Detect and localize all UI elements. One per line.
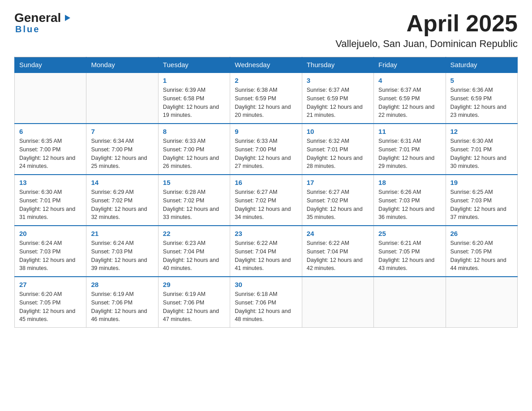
sunset-text: Sunset: 7:02 PM xyxy=(163,197,225,205)
day-info: Sunrise: 6:24 AMSunset: 7:03 PMDaylight:… xyxy=(19,239,82,273)
day-info: Sunrise: 6:39 AMSunset: 6:58 PMDaylight:… xyxy=(163,86,225,120)
sunset-text: Sunset: 7:04 PM xyxy=(235,248,297,256)
page-header: General Blue April 2025 Vallejuelo, San … xyxy=(14,11,518,50)
table-row xyxy=(86,73,158,124)
daylight-text: Daylight: 12 hours and 29 minutes. xyxy=(378,154,441,171)
table-row: 1Sunrise: 6:39 AMSunset: 6:58 PMDaylight… xyxy=(158,73,230,124)
sunset-text: Sunset: 7:05 PM xyxy=(450,248,513,256)
table-row: 10Sunrise: 6:32 AMSunset: 7:01 PMDayligh… xyxy=(302,124,373,175)
calendar-week-row: 1Sunrise: 6:39 AMSunset: 6:58 PMDaylight… xyxy=(15,73,518,124)
sunset-text: Sunset: 7:00 PM xyxy=(163,146,225,154)
daylight-text: Daylight: 12 hours and 39 minutes. xyxy=(91,256,153,273)
calendar-header-row: Sunday Monday Tuesday Wednesday Thursday… xyxy=(15,57,518,73)
sunrise-text: Sunrise: 6:33 AM xyxy=(163,137,225,146)
day-number: 19 xyxy=(450,179,513,186)
sunset-text: Sunset: 6:59 PM xyxy=(378,94,441,103)
sunrise-text: Sunrise: 6:31 AM xyxy=(378,137,441,146)
sunrise-text: Sunrise: 6:27 AM xyxy=(235,188,297,197)
day-info: Sunrise: 6:27 AMSunset: 7:02 PMDaylight:… xyxy=(307,188,369,222)
calendar-week-row: 6Sunrise: 6:35 AMSunset: 7:00 PMDaylight… xyxy=(15,124,518,175)
day-number: 1 xyxy=(163,77,225,84)
logo-arrow-icon xyxy=(62,13,72,23)
day-number: 6 xyxy=(19,128,82,135)
calendar-week-row: 13Sunrise: 6:30 AMSunset: 7:01 PMDayligh… xyxy=(15,175,518,226)
day-info: Sunrise: 6:30 AMSunset: 7:01 PMDaylight:… xyxy=(450,137,513,171)
sunset-text: Sunset: 7:02 PM xyxy=(235,197,297,205)
table-row: 5Sunrise: 6:36 AMSunset: 6:59 PMDaylight… xyxy=(446,73,517,124)
table-row: 18Sunrise: 6:26 AMSunset: 7:03 PMDayligh… xyxy=(374,175,446,226)
daylight-text: Daylight: 12 hours and 19 minutes. xyxy=(163,103,225,120)
table-row: 22Sunrise: 6:23 AMSunset: 7:04 PMDayligh… xyxy=(158,226,230,277)
table-row: 20Sunrise: 6:24 AMSunset: 7:03 PMDayligh… xyxy=(15,226,86,277)
daylight-text: Daylight: 12 hours and 35 minutes. xyxy=(307,205,369,222)
daylight-text: Daylight: 12 hours and 24 minutes. xyxy=(19,154,82,171)
sunset-text: Sunset: 7:03 PM xyxy=(378,197,441,205)
day-number: 12 xyxy=(450,128,513,135)
sunrise-text: Sunrise: 6:18 AM xyxy=(235,290,297,299)
sunrise-text: Sunrise: 6:32 AM xyxy=(307,137,369,146)
day-info: Sunrise: 6:28 AMSunset: 7:02 PMDaylight:… xyxy=(163,188,225,222)
table-row: 29Sunrise: 6:19 AMSunset: 7:06 PMDayligh… xyxy=(158,277,230,328)
day-number: 15 xyxy=(163,179,225,186)
sunset-text: Sunset: 7:06 PM xyxy=(163,299,225,307)
sunrise-text: Sunrise: 6:20 AM xyxy=(450,239,513,248)
table-row xyxy=(15,73,86,124)
table-row: 3Sunrise: 6:37 AMSunset: 6:59 PMDaylight… xyxy=(302,73,373,124)
day-number: 11 xyxy=(378,128,441,135)
logo: General Blue xyxy=(14,11,72,34)
table-row: 14Sunrise: 6:29 AMSunset: 7:02 PMDayligh… xyxy=(86,175,158,226)
table-row: 8Sunrise: 6:33 AMSunset: 7:00 PMDaylight… xyxy=(158,124,230,175)
daylight-text: Daylight: 12 hours and 36 minutes. xyxy=(378,205,441,222)
sunrise-text: Sunrise: 6:20 AM xyxy=(19,290,82,299)
day-number: 14 xyxy=(91,179,153,186)
day-number: 26 xyxy=(450,230,513,237)
day-info: Sunrise: 6:25 AMSunset: 7:03 PMDaylight:… xyxy=(450,188,513,222)
table-row: 2Sunrise: 6:38 AMSunset: 6:59 PMDaylight… xyxy=(230,73,302,124)
table-row: 27Sunrise: 6:20 AMSunset: 7:05 PMDayligh… xyxy=(15,277,86,328)
day-info: Sunrise: 6:38 AMSunset: 6:59 PMDaylight:… xyxy=(235,86,297,120)
calendar-table: Sunday Monday Tuesday Wednesday Thursday… xyxy=(14,57,518,328)
day-info: Sunrise: 6:37 AMSunset: 6:59 PMDaylight:… xyxy=(378,86,441,120)
sunset-text: Sunset: 7:05 PM xyxy=(19,299,82,307)
table-row: 26Sunrise: 6:20 AMSunset: 7:05 PMDayligh… xyxy=(446,226,517,277)
sunrise-text: Sunrise: 6:23 AM xyxy=(163,239,225,248)
daylight-text: Daylight: 12 hours and 28 minutes. xyxy=(307,154,369,171)
day-info: Sunrise: 6:35 AMSunset: 7:00 PMDaylight:… xyxy=(19,137,82,171)
sunset-text: Sunset: 7:04 PM xyxy=(307,248,369,256)
sunrise-text: Sunrise: 6:37 AM xyxy=(307,86,369,94)
table-row: 30Sunrise: 6:18 AMSunset: 7:06 PMDayligh… xyxy=(230,277,302,328)
sunset-text: Sunset: 7:01 PM xyxy=(19,197,82,205)
sunset-text: Sunset: 6:59 PM xyxy=(235,94,297,103)
table-row: 13Sunrise: 6:30 AMSunset: 7:01 PMDayligh… xyxy=(15,175,86,226)
sunrise-text: Sunrise: 6:35 AM xyxy=(19,137,82,146)
day-info: Sunrise: 6:20 AMSunset: 7:05 PMDaylight:… xyxy=(19,290,82,324)
sunset-text: Sunset: 7:03 PM xyxy=(450,197,513,205)
daylight-text: Daylight: 12 hours and 32 minutes. xyxy=(91,205,153,222)
table-row: 15Sunrise: 6:28 AMSunset: 7:02 PMDayligh… xyxy=(158,175,230,226)
day-info: Sunrise: 6:22 AMSunset: 7:04 PMDaylight:… xyxy=(307,239,369,273)
sunrise-text: Sunrise: 6:24 AM xyxy=(91,239,153,248)
sunrise-text: Sunrise: 6:38 AM xyxy=(235,86,297,94)
sunset-text: Sunset: 6:58 PM xyxy=(163,94,225,103)
col-monday: Monday xyxy=(86,57,158,73)
sunrise-text: Sunrise: 6:30 AM xyxy=(19,188,82,197)
sunset-text: Sunset: 7:03 PM xyxy=(91,248,153,256)
daylight-text: Daylight: 12 hours and 43 minutes. xyxy=(378,256,441,273)
day-info: Sunrise: 6:30 AMSunset: 7:01 PMDaylight:… xyxy=(19,188,82,222)
daylight-text: Daylight: 12 hours and 20 minutes. xyxy=(235,103,297,120)
table-row: 19Sunrise: 6:25 AMSunset: 7:03 PMDayligh… xyxy=(446,175,517,226)
sunset-text: Sunset: 7:01 PM xyxy=(450,146,513,154)
table-row: 25Sunrise: 6:21 AMSunset: 7:05 PMDayligh… xyxy=(374,226,446,277)
sunrise-text: Sunrise: 6:24 AM xyxy=(19,239,82,248)
col-wednesday: Wednesday xyxy=(230,57,302,73)
daylight-text: Daylight: 12 hours and 22 minutes. xyxy=(378,103,441,120)
daylight-text: Daylight: 12 hours and 41 minutes. xyxy=(235,256,297,273)
day-number: 21 xyxy=(91,230,153,237)
daylight-text: Daylight: 12 hours and 40 minutes. xyxy=(163,256,225,273)
daylight-text: Daylight: 12 hours and 45 minutes. xyxy=(19,307,82,324)
day-info: Sunrise: 6:21 AMSunset: 7:05 PMDaylight:… xyxy=(378,239,441,273)
page-title: April 2025 xyxy=(335,11,518,36)
table-row xyxy=(374,277,446,328)
daylight-text: Daylight: 12 hours and 33 minutes. xyxy=(163,205,225,222)
sunrise-text: Sunrise: 6:19 AM xyxy=(163,290,225,299)
